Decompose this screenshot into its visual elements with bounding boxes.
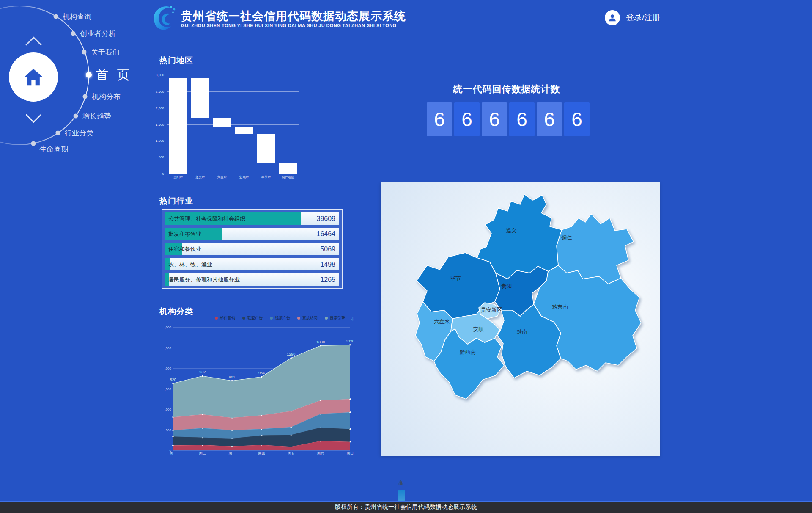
industry-row[interactable]: 公共管理、社会保障和社会组织39609 [165,212,339,225]
home-button[interactable] [9,52,58,102]
svg-text:500: 500 [166,428,172,432]
svg-text:934: 934 [258,371,265,375]
legend-item[interactable]: 邮件营销 [215,315,235,321]
svg-text:周五: 周五 [288,451,295,455]
x-tick-label: 遵义市 [189,175,211,179]
industry-row[interactable]: 农、林、牧、渔业1498 [165,258,339,270]
stat-digit-box: 6 [564,102,590,136]
nav-dot-1[interactable] [54,14,58,19]
svg-text:周六: 周六 [317,451,325,455]
industry-label: 居民服务、修理和其他服务业 [168,276,240,284]
app-logo-icon [149,3,178,30]
industry-row[interactable]: 批发和零售业16464 [165,228,339,240]
legend-item[interactable]: 直接访问 [297,315,318,321]
industry-label: 住宿和餐饮业 [168,245,201,253]
y-tick-label: 1,500 [156,122,164,126]
nav-dot-7[interactable] [56,131,60,135]
x-tick-label: 铜仁地区 [277,175,299,179]
guizhou-map-card: 遵义铜仁毕节贵阳贵安新区六盘水安顺黔东南黔南黔西南 高 低 [381,182,660,456]
org-class-title: 机构分类 [159,306,193,317]
legend-label: 直接访问 [302,315,318,321]
footer: 版权所有：贵州省统一社会信用代码数据动态展示系统 [0,501,812,513]
y-tick-label: 500 [159,155,164,159]
legend-dot-icon [270,317,273,320]
svg-text:901: 901 [229,375,235,379]
hot-region-plot: 贵阳市遵义市六盘水安顺市毕节市铜仁地区 [167,75,299,174]
industry-row[interactable]: 住宿和餐饮业5069 [165,243,339,255]
hot-region-title: 热门地区 [159,55,193,66]
industry-value: 1498 [320,261,335,268]
x-tick-label: 毕节市 [255,175,277,179]
guizhou-map[interactable] [381,182,660,456]
sidebar-item-1[interactable]: 机构查询 [63,12,91,22]
login-label: 登录/注册 [626,12,660,23]
y-tick-label: 3,000 [156,73,164,77]
nav-dot-8[interactable] [31,141,36,146]
nav-dot-4[interactable] [86,72,92,78]
svg-text:周日: 周日 [346,451,354,455]
nav-dot-6[interactable] [74,114,78,119]
legend-label: 邮件营销 [220,315,235,321]
stats-title: 统一代码回传数据统计数 [423,83,590,96]
map-legend-high: 高 [398,480,403,487]
svg-text:周三: 周三 [228,451,236,455]
legend-label: 联盟广告 [247,315,263,321]
login-button[interactable]: 登录/注册 [605,10,660,25]
svg-text:1,500: 1,500 [165,387,172,391]
nav-dot-2[interactable] [71,31,76,36]
hot-region-yaxis: 05001,0001,5002,0002,5003,000 [149,75,166,174]
y-tick-label: 0 [162,172,164,176]
stat-digit-box: 6 [482,102,507,136]
svg-text:1290: 1290 [287,352,295,356]
copyright-text: 版权所有：贵州省统一社会信用代码数据动态展示系统 [335,503,477,511]
stat-digit-box: 6 [509,102,535,136]
sidebar-item-3[interactable]: 关于我们 [91,47,120,57]
svg-text:周一: 周一 [170,451,177,455]
sidebar-item-2[interactable]: 创业者分析 [80,29,116,39]
hot-industry-title: 热门行业 [159,196,193,207]
legend-item[interactable]: 搜索引擎 [325,315,345,321]
hot-industry-list: 公共管理、社会保障和社会组织39609批发和零售业16464住宿和餐饮业5069… [162,209,343,289]
svg-text:2,000: 2,000 [165,367,172,370]
x-tick-label: 六盘水 [211,175,233,179]
sidebar-item-5[interactable]: 机构分布 [92,92,121,102]
sidebar-item-4[interactable]: 首 页 [96,66,132,84]
x-tick-label: 贵阳市 [167,175,189,179]
waterfall-bar[interactable] [235,127,253,134]
svg-text:3,000: 3,000 [165,325,172,329]
industry-value: 1265 [320,276,335,284]
y-tick-label: 1,000 [156,139,164,143]
legend-item[interactable]: 联盟广告 [242,315,263,321]
sidebar-item-7[interactable]: 行业分类 [65,128,93,138]
nav-dot-5[interactable] [83,94,88,99]
nav-dot-3[interactable] [82,50,87,55]
sidebar-item-8[interactable]: 生命周期 [39,144,68,154]
legend-label: 视频广告 [275,315,290,321]
industry-label: 批发和零售业 [168,230,201,238]
industry-value: 16464 [317,230,336,238]
stat-digit-box: 6 [454,102,480,136]
y-tick-label: 2,000 [156,106,164,110]
svg-text:932: 932 [199,370,206,374]
legend-dot-icon [297,317,300,320]
waterfall-bar[interactable] [191,78,209,118]
industry-label: 公共管理、社会保障和社会组织 [168,215,245,223]
industry-row[interactable]: 居民服务、修理和其他服务业1265 [165,273,339,286]
industry-value: 39609 [317,215,336,223]
sidebar-item-6[interactable]: 增长趋势 [82,111,111,121]
waterfall-bar[interactable] [279,163,297,174]
stat-digit-box: 6 [537,102,562,136]
legend-dot-icon [242,317,245,320]
app-subtitle: GUI ZHOU SHEN TONG YI SHE HUI XIN YING D… [181,23,397,28]
industry-value: 5069 [320,245,335,253]
legend-item[interactable]: 视频广告 [270,315,290,321]
svg-text:周二: 周二 [199,451,206,455]
waterfall-bar[interactable] [213,118,231,127]
waterfall-bar[interactable] [257,134,275,163]
gridline [167,75,299,75]
app-title: 贵州省统一社会信用代码数据动态展示系统 [181,8,406,24]
waterfall-bar[interactable] [169,78,187,174]
user-avatar-icon [605,10,620,25]
home-icon [23,67,44,87]
svg-text:1,000: 1,000 [165,408,172,411]
